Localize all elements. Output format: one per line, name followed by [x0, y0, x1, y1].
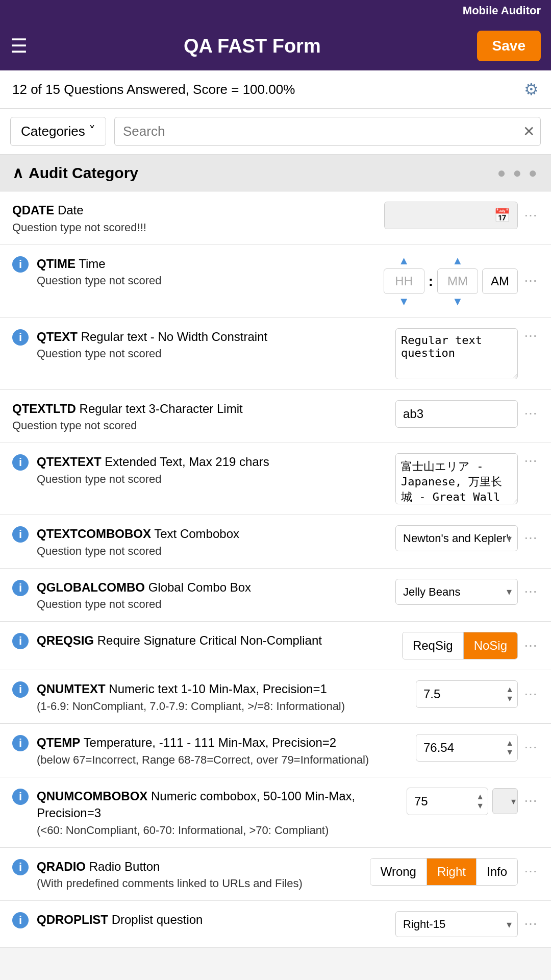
- q2-label: QTIME Time: [37, 255, 384, 273]
- collapse-icon[interactable]: ∧: [12, 164, 23, 182]
- q6-select[interactable]: Newton's and Kepler's Laws: [395, 525, 518, 551]
- q9-info-icon[interactable]: i: [12, 681, 29, 698]
- q8-info-icon[interactable]: i: [12, 633, 29, 649]
- q2-hh-up[interactable]: ▲: [398, 255, 410, 266]
- q11-down-arrow[interactable]: ▼: [476, 802, 484, 810]
- q11-up-arrow[interactable]: ▲: [476, 793, 484, 801]
- q9-numeric-input[interactable]: [416, 680, 518, 708]
- q2-time-control: ▲ ▼ : ▲ ▼ AM: [384, 255, 518, 307]
- q9-full-row: QNUMTEXT Numeric text 1-10 Min-Max, Prec…: [37, 680, 539, 713]
- q10-label: QTEMP Temperature, -111 - 111 Min-Max, P…: [37, 734, 416, 751]
- q2-full-row: QTIME Time Question type not scored ▲ ▼ …: [37, 255, 539, 307]
- q13-select-wrap: Right-15: [395, 911, 518, 937]
- q10-down-arrow[interactable]: ▼: [506, 748, 514, 756]
- q3-control: Regular text question ⋯: [395, 328, 539, 379]
- q2-hh-down[interactable]: ▼: [398, 296, 410, 307]
- q5-dots-menu[interactable]: ⋯: [524, 453, 539, 469]
- q2-mm-input[interactable]: [437, 268, 478, 294]
- q11-arrows: ▲ ▼: [476, 793, 484, 810]
- q3-textarea[interactable]: Regular text question: [395, 328, 518, 379]
- q8-code: QREQSIG: [37, 633, 94, 647]
- q10-dots-menu[interactable]: ⋯: [524, 740, 539, 755]
- question-row: i QNUMCOMBOBOX Numeric combobox, 50-100 …: [0, 777, 551, 848]
- category-dots-menu[interactable]: ● ● ●: [497, 165, 539, 181]
- q5-textarea[interactable]: 富士山エリア - Japanese, 万里长城 - Great Wall (of…: [395, 453, 518, 504]
- q11-info-icon[interactable]: i: [12, 789, 29, 805]
- q10-numeric-input[interactable]: [416, 734, 518, 762]
- score-text: 12 of 15 Questions Answered, Score = 100…: [12, 82, 295, 97]
- q4-text-input[interactable]: [395, 400, 518, 428]
- q1-code: QDATE: [12, 203, 54, 217]
- q10-info-icon[interactable]: i: [12, 735, 29, 751]
- q2-ampm-button[interactable]: AM: [482, 268, 518, 294]
- question-row: i QGLOBALCOMBO Global Combo Box Question…: [0, 569, 551, 622]
- q11-combo-select[interactable]: [492, 788, 518, 814]
- q2-hh-spinner: ▲ ▼: [384, 255, 424, 307]
- q4-sub: Question type not scored: [12, 419, 395, 432]
- q7-select[interactable]: Jelly Beans: [395, 579, 518, 605]
- q12-title: Radio Button: [89, 860, 160, 873]
- menu-icon[interactable]: ☰: [10, 35, 28, 57]
- q11-code: QNUMCOMBOBOX: [37, 789, 147, 803]
- q12-dots-menu[interactable]: ⋯: [524, 864, 539, 879]
- q11-dots-menu[interactable]: ⋯: [524, 793, 539, 809]
- audit-category-header[interactable]: ∧ Audit Category ● ● ●: [0, 155, 551, 191]
- q10-up-arrow[interactable]: ▲: [506, 739, 514, 747]
- question-row: i QRADIO Radio Button (With predefined c…: [0, 848, 551, 901]
- q8-toggle-group: ReqSig NoSig: [402, 632, 518, 659]
- q12-right-button[interactable]: Right: [427, 859, 477, 885]
- q9-label: QNUMTEXT Numeric text 1-10 Min-Max, Prec…: [37, 680, 416, 698]
- q12-info-icon[interactable]: i: [12, 859, 29, 875]
- q12-wrong-button[interactable]: Wrong: [370, 859, 427, 885]
- q1-calendar-icon[interactable]: 📅: [487, 203, 517, 229]
- q1-label-area: QDATE Date Question type not scored!!!: [12, 202, 384, 234]
- q1-dots-menu[interactable]: ⋯: [524, 208, 539, 224]
- q1-date-input[interactable]: [385, 202, 487, 229]
- q8-dots-menu[interactable]: ⋯: [524, 638, 539, 654]
- q13-full-row: QDROPLIST Droplist question Right-15 ⋯: [37, 911, 539, 937]
- search-clear-icon[interactable]: ✕: [523, 123, 535, 140]
- q6-dots-menu[interactable]: ⋯: [524, 530, 539, 546]
- q8-label-area: QREQSIG Require Signature Critical Non-C…: [37, 632, 402, 649]
- q7-control: Jelly Beans ⋯: [395, 579, 539, 605]
- q7-info-icon[interactable]: i: [12, 580, 29, 596]
- q10-label-area: QTEMP Temperature, -111 - 111 Min-Max, P…: [37, 734, 416, 767]
- q12-control: Wrong Right Info ⋯: [370, 858, 539, 886]
- q5-label: QTEXTEXT Extended Text, Max 219 chars: [37, 453, 395, 471]
- q10-title: Temperature, -111 - 111 Min-Max, Precisi…: [84, 736, 337, 749]
- search-input[interactable]: [114, 117, 541, 146]
- q9-up-arrow[interactable]: ▲: [506, 685, 514, 694]
- q8-nosig-button[interactable]: NoSig: [464, 632, 517, 659]
- q2-mm-up[interactable]: ▲: [452, 255, 463, 266]
- q6-info-icon[interactable]: i: [12, 526, 29, 543]
- q1-full-row: QDATE Date Question type not scored!!! 📅…: [12, 202, 539, 234]
- q13-title: Droplist question: [112, 913, 203, 926]
- q8-reqsig-button[interactable]: ReqSig: [403, 632, 464, 659]
- save-button[interactable]: Save: [477, 31, 541, 61]
- q12-info-button[interactable]: Info: [477, 859, 517, 885]
- q2-mm-down[interactable]: ▼: [452, 296, 463, 307]
- q2-dots-menu[interactable]: ⋯: [524, 273, 539, 289]
- q13-info-icon[interactable]: i: [12, 912, 29, 928]
- q7-dots-menu[interactable]: ⋯: [524, 584, 539, 600]
- q13-select[interactable]: Right-15: [395, 911, 518, 937]
- q9-control: ▲ ▼ ⋯: [416, 680, 539, 708]
- q4-dots-menu[interactable]: ⋯: [524, 406, 539, 422]
- gear-icon[interactable]: ⚙: [524, 80, 539, 99]
- q3-info-icon[interactable]: i: [12, 329, 29, 346]
- q9-down-arrow[interactable]: ▼: [506, 695, 514, 703]
- q5-label-area: QTEXTEXT Extended Text, Max 219 chars Qu…: [37, 453, 395, 486]
- q3-dots-menu[interactable]: ⋯: [524, 328, 539, 344]
- q5-control: 富士山エリア - Japanese, 万里长城 - Great Wall (of…: [395, 453, 539, 504]
- q13-dots-menu[interactable]: ⋯: [524, 916, 539, 932]
- q2-info-icon[interactable]: i: [12, 256, 29, 273]
- q6-label-area: QTEXTCOMBOBOX Text Combobox Question typ…: [37, 525, 395, 558]
- q5-info-icon[interactable]: i: [12, 454, 29, 471]
- q1-control: 📅 ⋯: [384, 202, 539, 229]
- categories-button[interactable]: Categories ˅: [10, 117, 106, 146]
- q10-arrows: ▲ ▼: [506, 739, 514, 756]
- q9-dots-menu[interactable]: ⋯: [524, 687, 539, 702]
- q2-hh-input[interactable]: [384, 268, 424, 294]
- q10-numeric-wrap: ▲ ▼: [416, 734, 518, 762]
- q7-label: QGLOBALCOMBO Global Combo Box: [37, 579, 395, 596]
